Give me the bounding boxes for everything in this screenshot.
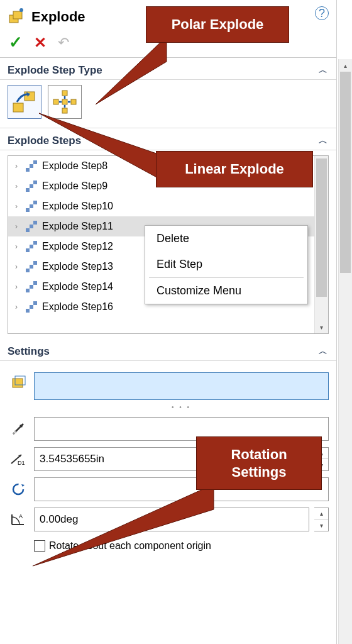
scroll-up-icon[interactable]: ▴ xyxy=(339,59,352,72)
svg-rect-10 xyxy=(13,379,23,387)
step-icon xyxy=(25,280,38,294)
callout-tail-icon xyxy=(94,36,170,106)
step-icon xyxy=(25,199,38,213)
section-title-type: Explode Step Type xyxy=(8,64,102,77)
component-icon xyxy=(8,372,29,391)
explode-feature-icon xyxy=(8,8,25,27)
panel-scrollbar[interactable]: ▴ xyxy=(338,59,352,644)
context-edit-step[interactable]: Edit Step xyxy=(145,252,307,277)
direction-icon[interactable] xyxy=(8,419,29,438)
components-selection-box[interactable] xyxy=(34,372,329,400)
svg-text:D1: D1 xyxy=(18,460,25,466)
expander-icon[interactable]: › xyxy=(12,182,21,191)
step-icon xyxy=(25,300,38,314)
step-label: Explode Step16 xyxy=(42,301,113,313)
callout-polar-explode: Polar Explode xyxy=(146,6,289,43)
expander-icon[interactable]: › xyxy=(12,162,21,170)
step-label: Explode Step10 xyxy=(42,201,113,212)
step-label: Explode Step14 xyxy=(42,281,113,292)
chevron-up-icon: ︿ xyxy=(319,65,327,76)
svg-rect-5 xyxy=(62,99,67,104)
step-label: Explode Step11 xyxy=(42,221,113,232)
step-icon xyxy=(25,159,38,173)
expander-icon[interactable]: › xyxy=(12,242,21,251)
step-icon xyxy=(25,179,38,193)
expander-icon[interactable]: › xyxy=(12,222,21,231)
cancel-button[interactable]: ✕ xyxy=(34,34,47,52)
svg-rect-6 xyxy=(53,99,58,104)
step-icon xyxy=(25,219,38,233)
step-icon xyxy=(25,260,38,274)
svg-point-2 xyxy=(19,8,23,12)
svg-rect-3 xyxy=(13,103,23,112)
scrollbar-thumb[interactable] xyxy=(340,72,351,273)
svg-rect-8 xyxy=(62,91,67,96)
expander-icon[interactable]: › xyxy=(12,282,21,291)
context-customize-menu[interactable]: Customize Menu xyxy=(145,278,307,304)
step-label: Explode Step12 xyxy=(42,241,113,252)
expander-icon[interactable]: › xyxy=(12,202,21,211)
ok-button[interactable]: ✓ xyxy=(9,33,23,52)
angle-spinner[interactable]: ▴▾ xyxy=(314,508,329,531)
steps-scrollbar[interactable]: ▾ xyxy=(314,156,328,333)
callout-linear-explode: Linear Explode xyxy=(156,151,313,187)
svg-point-13 xyxy=(13,484,23,494)
section-header-settings[interactable]: Settings ︿ xyxy=(0,339,336,361)
distance-icon: D1 xyxy=(8,450,29,469)
help-icon[interactable]: ? xyxy=(315,6,329,20)
context-delete[interactable]: Delete xyxy=(145,226,307,252)
context-menu: Delete Edit Step Customize Menu xyxy=(145,225,308,304)
callout-rotation-settings: Rotation Settings xyxy=(196,436,322,490)
chevron-up-icon: ︿ xyxy=(319,346,327,357)
scroll-down-icon[interactable]: ▾ xyxy=(315,321,328,333)
panel-title: Explode xyxy=(31,9,85,25)
list-item[interactable]: › Explode Step10 xyxy=(8,196,314,216)
expander-icon[interactable]: › xyxy=(12,303,21,311)
scrollbar-thumb[interactable] xyxy=(316,158,327,297)
svg-rect-4 xyxy=(25,92,35,101)
undo-button[interactable]: ↶ xyxy=(58,35,69,51)
section-title-settings: Settings xyxy=(8,345,50,358)
chevron-up-icon: ︿ xyxy=(319,135,327,147)
svg-text:A: A xyxy=(19,513,23,519)
resize-grip-icon[interactable]: • • • xyxy=(34,404,329,411)
callout-text: Polar Explode xyxy=(172,16,264,32)
svg-rect-1 xyxy=(13,11,22,19)
callout-tail-icon xyxy=(31,484,220,579)
linear-explode-button[interactable] xyxy=(8,85,41,119)
callout-text: Rotation xyxy=(231,447,287,462)
step-icon xyxy=(25,240,38,253)
angle-icon: A xyxy=(8,510,29,529)
rotation-axis-icon[interactable] xyxy=(8,480,29,499)
step-label: Explode Step13 xyxy=(42,261,113,272)
callout-tail-icon xyxy=(38,112,176,187)
svg-rect-7 xyxy=(71,99,76,104)
callout-text: Settings xyxy=(232,464,287,480)
callout-text: Linear Explode xyxy=(185,161,284,177)
expander-icon[interactable]: › xyxy=(12,262,21,271)
